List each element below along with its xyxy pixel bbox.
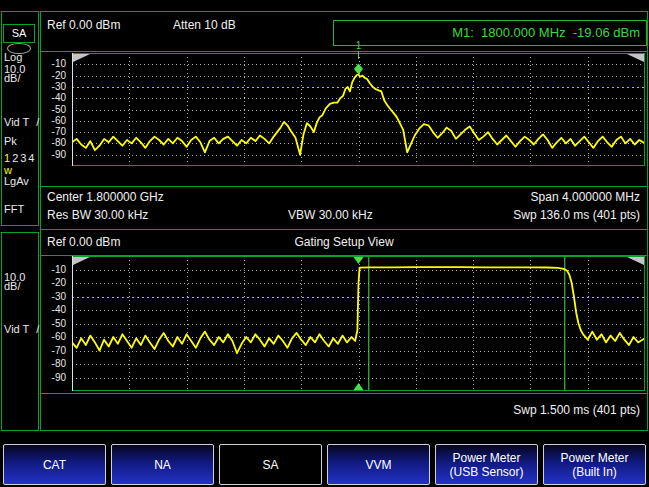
mode-indicator: SA — [3, 24, 35, 43]
sidebar-bottom: 10.0 dB/ Vid T/ — [1, 232, 39, 431]
softkey-na[interactable]: NA — [111, 444, 214, 485]
marker-1-label: 1 — [352, 41, 365, 51]
trigger-type: Vid T — [4, 116, 29, 128]
y-axis-tick-label: -10 — [35, 265, 66, 275]
y-axis-tick-label: -50 — [35, 319, 66, 329]
trace — [72, 75, 645, 155]
scale-unit-label: dB/ — [4, 73, 21, 84]
scale-type-label: Log — [4, 52, 22, 63]
center-freq-label: Center 1.800000 GHz — [47, 190, 164, 204]
softkey-label: SA — [262, 458, 278, 472]
softkey-power-meter-usb-sensor[interactable]: Power Meter(USB Sensor) — [435, 444, 538, 485]
gate-marker-top-triangle — [354, 257, 364, 264]
ref-level-label-bottom: Ref 0.00 dBm — [47, 235, 120, 249]
y-axis-tick-label: -10 — [35, 59, 66, 69]
y-axis-tick-label: -30 — [35, 292, 66, 302]
softkey-sublabel: (USB Sensor) — [449, 465, 523, 479]
rbw-label: Res BW 30.00 kHz — [47, 208, 148, 222]
bottom-annotations: Swp 1.500 ms (401 pts) — [40, 393, 648, 431]
bottom-header: Gating Setup View Ref 0.00 dBm — [40, 230, 648, 256]
softkey-bar: CATNASAVVMPower Meter(USB Sensor)Power M… — [0, 444, 649, 485]
scale-unit-label-bottom: dB/ — [4, 281, 21, 292]
y-axis-tick-label: -90 — [35, 373, 66, 383]
trace — [72, 267, 645, 353]
gate-marker-bottom-triangle — [354, 383, 364, 390]
marker-1-tick — [358, 51, 359, 59]
y-axis-tick-label: -60 — [35, 332, 66, 342]
trigger-type-bottom: Vid T — [4, 323, 29, 335]
softkey-power-meter-built-in[interactable]: Power Meter(Built In) — [543, 444, 646, 485]
softkey-vvm[interactable]: VVM — [327, 444, 430, 485]
page-curl-icon — [627, 54, 644, 62]
y-axis-tick-label: -50 — [35, 105, 66, 115]
span-label: Span 4.000000 MHz — [531, 190, 640, 204]
sweep-label: Swp 136.0 ms (401 pts) — [513, 208, 640, 222]
ref-level-label: Ref 0.00 dBm — [47, 18, 120, 32]
marker-readout-box: M1: 1800.000 MHz -19.06 dBm — [333, 20, 647, 46]
gating-view-title: Gating Setup View — [40, 235, 648, 249]
sidebar-top: SA Log 10.0 dB/ Vid T/ Pk 1234 w LgAv FF… — [1, 11, 39, 226]
trace-numbers: 1234 — [4, 153, 36, 164]
top-annotations: Center 1.800000 GHz Span 4.000000 MHz Re… — [40, 186, 648, 230]
softkey-label: Power Meter — [560, 451, 628, 465]
y-axis-tick-label: -30 — [35, 82, 66, 92]
y-axis-tick-label: -70 — [35, 346, 66, 356]
y-axis-tick-label: -40 — [35, 93, 66, 103]
detector-label: Pk — [4, 136, 17, 147]
y-axis-tick-label: -80 — [35, 138, 66, 148]
trace-number-active: 1 — [4, 152, 12, 164]
spectrum-plot — [72, 53, 645, 166]
sweep-label-bottom: Swp 1.500 ms (401 pts) — [513, 403, 640, 417]
y-axis-labels-bottom: -10-20-30-40-50-60-70-80-90 — [38, 256, 69, 391]
page-curl-icon — [73, 257, 90, 265]
y-axis-tick-label: -20 — [35, 278, 66, 288]
instrument-screen: SA Log 10.0 dB/ Vid T/ Pk 1234 w LgAv FF… — [0, 0, 649, 487]
softkey-label: NA — [154, 458, 171, 472]
y-axis-labels-top: -10-20-30-40-50-60-70-80-90 — [38, 53, 69, 166]
y-axis-tick-label: -40 — [35, 305, 66, 315]
y-axis-tick-label: -20 — [35, 71, 66, 81]
y-axis-tick-label: -80 — [35, 359, 66, 369]
y-axis-tick-label: -70 — [35, 127, 66, 137]
softkey-label: CAT — [43, 458, 66, 472]
vbw-label: VBW 30.00 kHz — [288, 208, 373, 222]
y-axis-tick-label: -60 — [35, 116, 66, 126]
y-axis-tick-label: -90 — [35, 150, 66, 160]
softkey-sublabel: (Built In) — [572, 465, 617, 479]
fft-label: FFT — [4, 204, 24, 215]
softkey-label: Power Meter — [452, 451, 520, 465]
page-curl-icon — [627, 257, 644, 265]
atten-label: Atten 10 dB — [173, 18, 236, 32]
softkey-cat[interactable]: CAT — [3, 444, 106, 485]
softkey-label: VVM — [365, 458, 391, 472]
marker-readout: M1: 1800.000 MHz -19.06 dBm — [452, 25, 640, 40]
marker-diamond — [354, 64, 363, 75]
gating-plot — [72, 256, 645, 391]
average-type-label: LgAv — [4, 176, 29, 187]
page-curl-icon — [73, 54, 90, 62]
softkey-sa[interactable]: SA — [219, 444, 322, 485]
trace-numbers-inactive: 234 — [12, 152, 36, 164]
